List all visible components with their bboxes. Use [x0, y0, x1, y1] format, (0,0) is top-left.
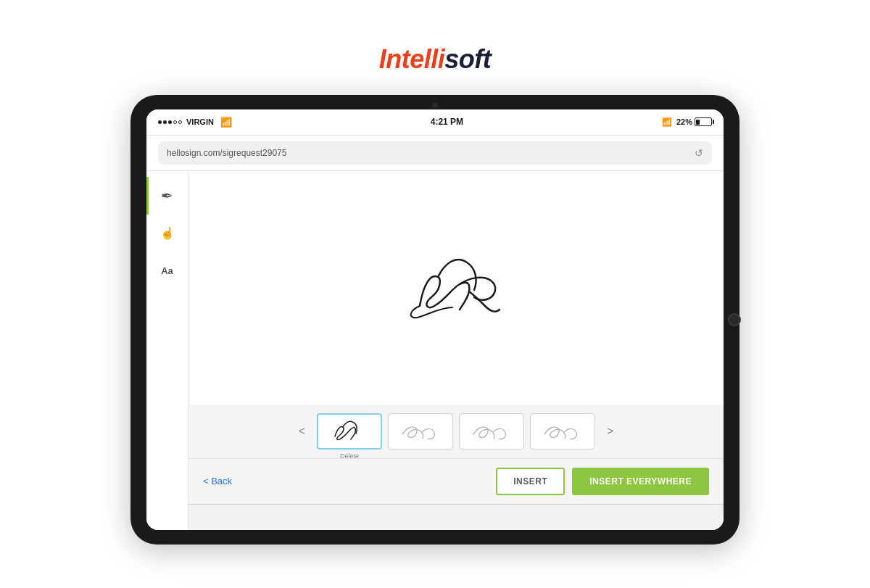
type-signature-icon: Aa [161, 265, 173, 276]
wifi-icon: 📶 [220, 117, 232, 128]
bluetooth-icon: 📶 [662, 117, 672, 127]
logo-soft: soft [444, 44, 491, 74]
thumb-sig-1 [324, 418, 375, 444]
browser-bottom-bar [188, 504, 724, 530]
url-bar[interactable]: hellosign.com/sigrequest29075 ↺ [158, 141, 712, 165]
sidebar: ✒ ☝ Aa [146, 171, 188, 530]
thumbnails-row: < Delete [188, 405, 724, 458]
logo: Intellisoft [379, 44, 492, 75]
action-bar: < Back INSERT INSERT EVERYWHERE [188, 458, 724, 504]
battery-fill [696, 120, 699, 125]
signal-dot-5 [178, 120, 182, 124]
url-bar-container: hellosign.com/sigrequest29075 ↺ [146, 136, 724, 171]
thumbnail-3[interactable] [459, 413, 524, 450]
sidebar-item-upload[interactable]: ☝ [146, 215, 188, 252]
battery-container: 22% [676, 117, 712, 126]
sidebar-item-draw[interactable]: ✒ [146, 177, 188, 215]
draw-signature-icon: ✒ [161, 187, 173, 204]
insert-button[interactable]: INSERT [496, 468, 565, 495]
thumbnail-2[interactable] [388, 413, 453, 450]
signal-dot-1 [158, 120, 162, 124]
signal-dot-2 [163, 120, 167, 124]
signal-dot-4 [173, 120, 177, 124]
status-time: 4:21 PM [431, 117, 463, 127]
status-right: 📶 22% [662, 117, 712, 127]
tablet-home-button[interactable] [728, 313, 741, 326]
signature-display[interactable] [188, 171, 724, 405]
signal-dot-3 [168, 120, 172, 124]
back-button[interactable]: < Back [203, 476, 232, 486]
battery-icon [695, 117, 712, 126]
thumbnail-4[interactable] [530, 413, 595, 450]
signal-dots [158, 120, 182, 124]
thumbnail-1[interactable]: Delete [317, 413, 382, 450]
url-text: hellosign.com/sigrequest29075 [167, 148, 286, 158]
status-left: VIRGIN 📶 [158, 117, 232, 128]
thumb-sig-2 [395, 418, 446, 444]
delete-label[interactable]: Delete [340, 452, 359, 460]
sidebar-item-type[interactable]: Aa [146, 252, 188, 290]
tablet-camera [432, 102, 438, 108]
tablet-screen: VIRGIN 📶 4:21 PM 📶 22% hellosign.com/sig… [146, 109, 724, 530]
logo-intelli: Intelli [379, 44, 445, 74]
thumb-sig-3 [466, 418, 517, 444]
prev-thumbnail-button[interactable]: < [293, 422, 311, 441]
action-buttons: INSERT INSERT EVERYWHERE [496, 468, 709, 495]
thumb-sig-4 [537, 418, 588, 444]
back-label: < Back [203, 476, 232, 486]
battery-percent: 22% [676, 117, 692, 126]
reload-icon[interactable]: ↺ [695, 147, 703, 159]
tablet-frame: VIRGIN 📶 4:21 PM 📶 22% hellosign.com/sig… [130, 95, 740, 544]
carrier-label: VIRGIN [186, 117, 214, 126]
signature-area: < Delete [188, 171, 724, 530]
main-content: ✒ ☝ Aa [146, 171, 724, 530]
status-bar: VIRGIN 📶 4:21 PM 📶 22% [146, 109, 724, 136]
next-thumbnail-button[interactable]: > [601, 422, 619, 441]
upload-signature-icon: ☝ [160, 226, 175, 240]
main-signature-svg [376, 241, 536, 335]
insert-everywhere-button[interactable]: INSERT EVERYWHERE [572, 468, 709, 495]
